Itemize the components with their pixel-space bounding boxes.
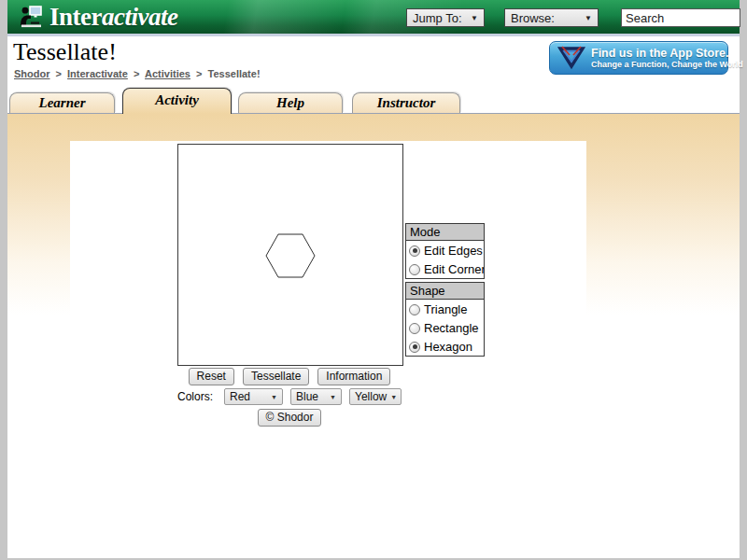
chevron-down-icon: ▼ [271, 394, 277, 400]
activity-content: Mode Edit Edges Edit Corners Shape Trian… [7, 113, 740, 558]
colors-label: Colors: [177, 390, 213, 403]
radio-edit-corners[interactable]: Edit Corners [406, 259, 484, 278]
browse-select[interactable]: Browse: ▼ [504, 8, 599, 27]
mode-panel-title: Mode [406, 224, 484, 241]
breadcrumb-separator: > [56, 68, 62, 79]
color-select-3[interactable]: Yellow ▼ [349, 388, 402, 405]
mode-panel: Mode Edit Edges Edit Corners [405, 223, 485, 279]
tessellate-button[interactable]: Tessellate [243, 368, 309, 385]
breadcrumb: Shodor > Interactivate > Activities > Te… [14, 68, 261, 79]
breadcrumb-current: Tessellate! [208, 68, 261, 79]
color-select-value: Yellow [355, 390, 387, 403]
shodor-computer-icon [19, 4, 44, 30]
button-row: Reset Tessellate Information [177, 368, 402, 385]
shodor-copyright-button[interactable]: © Shodor [258, 409, 322, 427]
shodor-triangle-icon [557, 42, 586, 74]
chevron-down-icon: ▼ [330, 394, 336, 400]
page-title: Tessellate! [13, 38, 117, 66]
radio-triangle[interactable]: Triangle [406, 300, 484, 318]
app-store-badge[interactable]: Find us in the App Store. Change a Funct… [549, 41, 728, 75]
radio-button-icon [409, 342, 420, 353]
radio-label: Edit Corners [424, 262, 484, 276]
radio-hexagon[interactable]: Hexagon [406, 337, 484, 356]
radio-label: Hexagon [424, 340, 472, 354]
chevron-down-icon: ▼ [585, 14, 592, 22]
breadcrumb-separator: > [196, 68, 202, 79]
radio-rectangle[interactable]: Rectangle [406, 318, 484, 337]
copyright-row: © Shodor [177, 409, 402, 427]
breadcrumb-link-activities[interactable]: Activities [145, 68, 190, 79]
badge-line2: Change a Function, Change the World [591, 60, 743, 69]
tessellation-canvas[interactable] [177, 144, 403, 366]
radio-label: Rectangle [424, 321, 479, 335]
radio-edit-edges[interactable]: Edit Edges [406, 241, 484, 259]
color-select-value: Red [230, 390, 250, 403]
badge-line1: Find us in the App Store. [591, 47, 743, 60]
jump-to-select[interactable]: Jump To: ▼ [406, 8, 485, 27]
radio-button-icon [409, 264, 420, 275]
tab-instructor[interactable]: Instructor [352, 92, 460, 113]
color-select-value: Blue [296, 390, 318, 403]
reset-button[interactable]: Reset [189, 368, 234, 385]
logo-text: Interactivate [49, 3, 177, 31]
interactivate-logo[interactable]: Interactivate [19, 3, 177, 31]
browse-label: Browse: [511, 11, 555, 25]
information-button[interactable]: Information [317, 368, 390, 385]
radio-button-icon [409, 304, 420, 315]
hexagon-shape [178, 145, 402, 365]
chevron-down-icon: ▼ [390, 394, 397, 400]
colors-row: Colors: Red ▼ Blue ▼ Yellow ▼ [171, 388, 408, 405]
jump-to-label: Jump To: [413, 11, 462, 25]
chevron-down-icon: ▼ [471, 14, 478, 22]
radio-button-icon [409, 245, 420, 257]
color-select-2[interactable]: Blue ▼ [290, 388, 342, 405]
tab-learner[interactable]: Learner [9, 92, 115, 113]
tab-activity[interactable]: Activity [122, 88, 232, 114]
breadcrumb-separator: > [134, 68, 139, 79]
search-input[interactable] [621, 8, 740, 27]
page: Interactivate Jump To: ▼ Browse: ▼ Tesse… [0, 0, 747, 560]
radio-button-icon [409, 323, 420, 334]
breadcrumb-link-shodor[interactable]: Shodor [14, 68, 50, 79]
radio-label: Edit Edges [424, 244, 483, 258]
shape-panel: Shape Triangle Rectangle Hexagon [405, 282, 485, 357]
radio-label: Triangle [424, 302, 467, 316]
color-select-1[interactable]: Red ▼ [224, 388, 283, 405]
shape-panel-title: Shape [406, 283, 484, 300]
tab-help[interactable]: Help [238, 92, 343, 113]
site-header: Interactivate Jump To: ▼ Browse: ▼ [7, 0, 740, 34]
breadcrumb-link-interactivate[interactable]: Interactivate [67, 68, 128, 79]
